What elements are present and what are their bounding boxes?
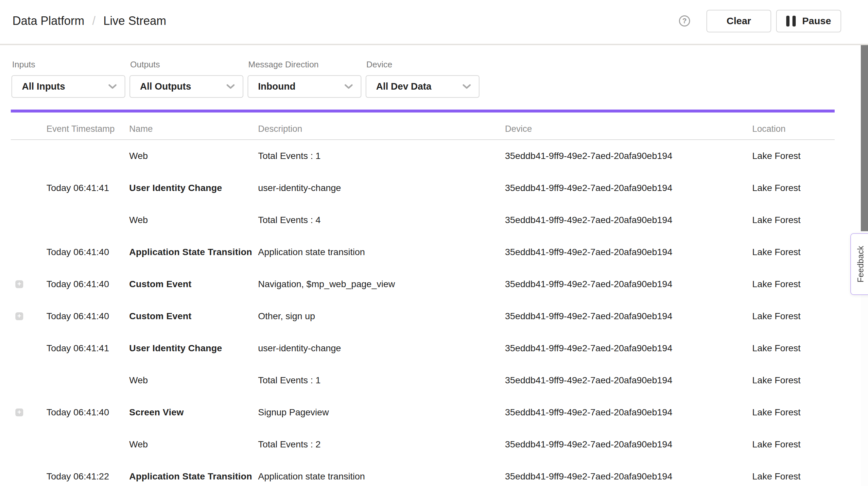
pause-button-label: Pause — [802, 16, 831, 27]
column-header-device: Device — [505, 124, 752, 134]
filter-device-label: Device — [366, 60, 479, 70]
cell-name: Application State Transition — [129, 471, 258, 482]
cell-location: Lake Forest — [752, 279, 835, 290]
column-header-name: Name — [129, 124, 258, 134]
filter-inputs-label: Inputs — [11, 60, 125, 70]
filter-device: Device All Dev Data — [366, 60, 479, 98]
cell-name: Web — [129, 151, 258, 161]
expand-row-icon[interactable]: + — [16, 312, 23, 320]
cell-event-timestamp: Today 06:41:40 — [46, 407, 129, 418]
clear-button[interactable]: Clear — [707, 10, 771, 32]
inputs-dropdown[interactable]: All Inputs — [11, 75, 125, 98]
cell-description: Total Events : 2 — [258, 439, 505, 450]
table-header-row: Event Timestamp Name Description Device … — [11, 113, 835, 140]
cell-event-timestamp: Today 06:41:40 — [46, 247, 129, 257]
filter-bar: Inputs All Inputs Outputs All Outputs Me… — [0, 45, 868, 98]
breadcrumb: Data Platform / Live Stream — [12, 14, 166, 28]
cell-location: Lake Forest — [752, 471, 835, 482]
cell-event-timestamp: Today 06:41:41 — [46, 343, 129, 354]
pause-button[interactable]: Pause — [776, 10, 841, 32]
cell-device: 35eddb41-9ff9-49e2-7aed-20afa90eb194 — [505, 439, 752, 450]
stream-progress-bar — [11, 110, 835, 113]
chevron-down-icon — [344, 84, 353, 89]
expand-row-icon[interactable]: + — [16, 280, 23, 288]
cell-name: Screen View — [129, 407, 258, 418]
inputs-dropdown-value: All Inputs — [22, 81, 65, 92]
table-row: + Today 06:41:40 Custom Event Navigation… — [11, 268, 835, 300]
table-row: + Web Total Events : 2 35eddb41-9ff9-49e… — [11, 428, 835, 460]
table-body: + Web Total Events : 1 35eddb41-9ff9-49e… — [11, 140, 835, 486]
scrollbar-thumb[interactable] — [861, 45, 868, 231]
cell-description: user-identity-change — [258, 343, 505, 354]
page-title: Live Stream — [103, 14, 166, 28]
cell-description: Application state transition — [258, 247, 505, 257]
filter-message-direction-label: Message Direction — [248, 60, 362, 70]
cell-location: Lake Forest — [752, 407, 835, 418]
cell-description: Other, sign up — [258, 311, 505, 322]
cell-device: 35eddb41-9ff9-49e2-7aed-20afa90eb194 — [505, 375, 752, 386]
cell-location: Lake Forest — [752, 375, 835, 386]
chevron-down-icon — [226, 84, 235, 89]
cell-device: 35eddb41-9ff9-49e2-7aed-20afa90eb194 — [505, 151, 752, 161]
device-dropdown-value: All Dev Data — [376, 81, 431, 92]
column-header-location: Location — [752, 124, 835, 134]
cell-name: Application State Transition — [129, 247, 258, 257]
cell-description: Total Events : 4 — [258, 215, 505, 225]
cell-event-timestamp: Today 06:41:22 — [46, 471, 129, 482]
cell-name: Custom Event — [129, 311, 258, 322]
cell-location: Lake Forest — [752, 151, 835, 161]
live-stream-table: Event Timestamp Name Description Device … — [11, 113, 835, 486]
cell-name: Web — [129, 439, 258, 450]
expand-row-icon[interactable]: + — [16, 408, 23, 416]
top-bar: Data Platform / Live Stream ? Clear Paus… — [0, 0, 868, 45]
pause-icon — [786, 16, 796, 27]
cell-location: Lake Forest — [752, 343, 835, 354]
device-dropdown[interactable]: All Dev Data — [366, 75, 479, 98]
table-row: + Today 06:41:40 Custom Event Other, sig… — [11, 300, 835, 332]
cell-description: Total Events : 1 — [258, 375, 505, 386]
filter-message-direction: Message Direction Inbound — [248, 60, 362, 98]
breadcrumb-data-platform[interactable]: Data Platform — [12, 14, 84, 28]
cell-description: user-identity-change — [258, 183, 505, 193]
cell-name: User Identity Change — [129, 343, 258, 354]
table-row: + Today 06:41:40 Application State Trans… — [11, 236, 835, 268]
table-row: + Today 06:41:40 Screen View Signup Page… — [11, 396, 835, 428]
cell-device: 35eddb41-9ff9-49e2-7aed-20afa90eb194 — [505, 407, 752, 418]
filter-outputs-label: Outputs — [129, 60, 243, 70]
table-row: + Today 06:41:41 User Identity Change us… — [11, 172, 835, 204]
message-direction-dropdown-value: Inbound — [258, 81, 295, 92]
breadcrumb-separator: / — [92, 14, 95, 28]
cell-name: Custom Event — [129, 279, 258, 290]
cell-location: Lake Forest — [752, 215, 835, 225]
cell-location: Lake Forest — [752, 247, 835, 257]
column-header-event-timestamp: Event Timestamp — [46, 124, 129, 134]
table-row: + Today 06:41:22 Application State Trans… — [11, 460, 835, 486]
cell-device: 35eddb41-9ff9-49e2-7aed-20afa90eb194 — [505, 471, 752, 482]
cell-location: Lake Forest — [752, 311, 835, 322]
cell-name: Web — [129, 375, 258, 386]
cell-description: Total Events : 1 — [258, 151, 505, 161]
help-icon[interactable]: ? — [679, 16, 690, 27]
table-row: + Today 06:41:41 User Identity Change us… — [11, 332, 835, 364]
cell-device: 35eddb41-9ff9-49e2-7aed-20afa90eb194 — [505, 279, 752, 290]
cell-location: Lake Forest — [752, 183, 835, 193]
outputs-dropdown[interactable]: All Outputs — [129, 75, 243, 98]
cell-name: Web — [129, 215, 258, 225]
top-bar-actions: ? Clear Pause — [679, 10, 841, 32]
cell-device: 35eddb41-9ff9-49e2-7aed-20afa90eb194 — [505, 183, 752, 193]
cell-device: 35eddb41-9ff9-49e2-7aed-20afa90eb194 — [505, 311, 752, 322]
table-row: + Web Total Events : 1 35eddb41-9ff9-49e… — [11, 140, 835, 172]
cell-event-timestamp: Today 06:41:40 — [46, 279, 129, 290]
chevron-down-icon — [462, 84, 471, 89]
feedback-tab[interactable]: Feedback — [850, 233, 868, 295]
cell-description: Navigation, $mp_web_page_view — [258, 279, 505, 290]
feedback-tab-label: Feedback — [856, 246, 865, 282]
table-row: + Web Total Events : 1 35eddb41-9ff9-49e… — [11, 364, 835, 396]
message-direction-dropdown[interactable]: Inbound — [248, 75, 362, 98]
cell-event-timestamp: Today 06:41:41 — [46, 183, 129, 193]
filter-inputs: Inputs All Inputs — [11, 60, 125, 98]
cell-device: 35eddb41-9ff9-49e2-7aed-20afa90eb194 — [505, 247, 752, 257]
cell-name: User Identity Change — [129, 183, 258, 193]
column-header-description: Description — [258, 124, 505, 134]
filter-outputs: Outputs All Outputs — [129, 60, 243, 98]
